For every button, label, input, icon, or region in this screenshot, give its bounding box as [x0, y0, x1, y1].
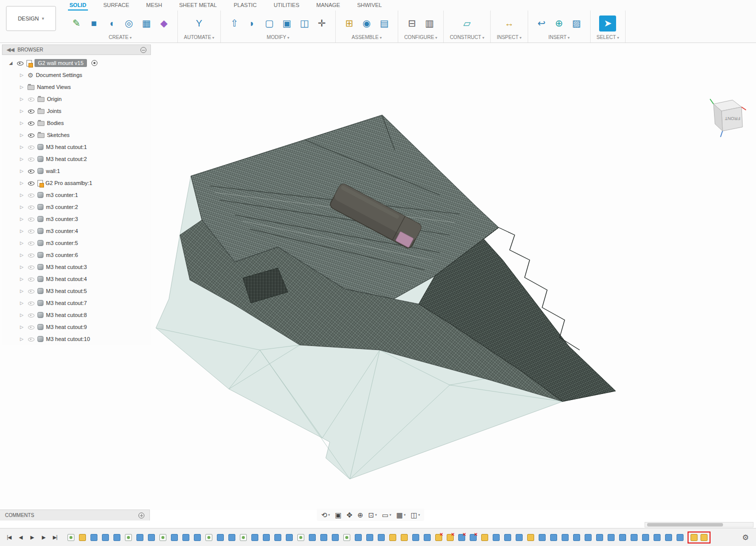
visibility-eye-icon[interactable] [27, 180, 35, 187]
visibility-eye-icon[interactable] [27, 108, 35, 115]
tree-item-sketches[interactable]: ▷Sketches [2, 129, 151, 141]
visibility-eye-icon[interactable] [27, 132, 35, 139]
play-button[interactable]: ▶ [27, 532, 37, 542]
timeline-feature-extrude-icon[interactable] [113, 534, 120, 541]
bom-table-icon[interactable]: ▤ [377, 16, 392, 32]
form-icon[interactable]: ◆ [156, 16, 171, 32]
timeline-feature-extrude-icon[interactable] [493, 534, 500, 541]
step-back-button[interactable]: ◀ [15, 532, 25, 542]
timeline-feature-component-icon[interactable] [447, 534, 454, 541]
view-cube[interactable]: FRONT [704, 97, 749, 143]
timeline-feature-sketch-icon[interactable] [125, 534, 132, 541]
tree-item-m3-heat-cutout-2[interactable]: ▷M3 heat cutout:2 [2, 153, 151, 165]
timeline-feature-extrude-icon[interactable] [182, 534, 189, 541]
expand-arrow-icon[interactable]: ▷ [20, 108, 25, 114]
expand-arrow-icon[interactable]: ▷ [20, 168, 25, 174]
visibility-eye-icon[interactable] [27, 156, 35, 163]
tree-item-named-views[interactable]: ▷Named Views [2, 81, 151, 93]
timeline-feature-extrude-icon[interactable] [378, 534, 385, 541]
grid-icon[interactable]: ▦▾ [394, 510, 408, 520]
timeline-feature-sketch-icon[interactable] [205, 534, 212, 541]
expand-arrow-icon[interactable]: ▷ [20, 216, 25, 222]
expand-arrow-icon[interactable]: ▷ [20, 180, 25, 186]
timeline-feature-extrude-icon[interactable] [562, 534, 569, 541]
tree-item-m3-heat-cutout-4[interactable]: ▷M3 heat cutout:4 [2, 273, 151, 285]
expand-arrow-icon[interactable]: ▷ [20, 192, 25, 198]
tree-item-m3-heat-cutout-3[interactable]: ▷M3 heat cutout:3 [2, 261, 151, 273]
tree-item-joints[interactable]: ▷Joints [2, 105, 151, 117]
measure-icon[interactable]: ↔ [502, 16, 517, 32]
tree-item-m3-heat-cutout-5[interactable]: ▷M3 heat cutout:5 [2, 285, 151, 297]
timeline-feature-extrude-icon[interactable] [194, 534, 201, 541]
group-label-modify[interactable]: MODIFY [267, 34, 289, 40]
tree-item-origin[interactable]: ▷Origin [2, 93, 151, 105]
activate-component-icon[interactable] [91, 60, 97, 66]
expand-arrow-icon[interactable]: ▷ [20, 288, 25, 294]
timeline-feature-extrude-icon[interactable] [585, 534, 592, 541]
timeline-feature-extrude-icon[interactable] [424, 534, 431, 541]
config-table-icon[interactable]: ▥ [422, 16, 437, 32]
group-label-assemble[interactable]: ASSEMBLE [352, 34, 382, 40]
timeline-feature-extrude-icon[interactable] [642, 534, 649, 541]
expand-arrow-icon[interactable]: ▷ [20, 300, 25, 306]
configuration-icon[interactable]: ⊟ [405, 16, 420, 32]
visibility-eye-icon[interactable] [27, 264, 35, 271]
timeline-scrollbar[interactable] [645, 522, 754, 528]
expand-arrow-icon[interactable]: ▷ [20, 84, 25, 90]
timeline-feature-component-icon[interactable] [691, 534, 698, 541]
timeline-feature-extrude-icon[interactable] [573, 534, 580, 541]
expand-arrow-icon[interactable]: ▷ [20, 72, 25, 78]
expand-arrow-icon[interactable]: ▷ [20, 312, 25, 318]
timeline-feature-extrude-icon[interactable] [596, 534, 603, 541]
new-component-icon[interactable]: ⊞ [342, 16, 357, 32]
visibility-eye-icon[interactable] [27, 216, 35, 223]
tree-item-m3-heat-cutout-10[interactable]: ▷M3 heat cutout:10 [2, 333, 151, 345]
expand-arrow-icon[interactable]: ▷ [20, 228, 25, 234]
tree-item-wall-1[interactable]: ▷wall:1 [2, 165, 151, 177]
timeline-feature-extrude-icon[interactable] [504, 534, 511, 541]
group-label-create[interactable]: CREATE [108, 34, 131, 40]
expand-arrow-icon[interactable]: ▷ [20, 144, 25, 150]
expand-arrow-icon[interactable]: ▷ [20, 324, 25, 330]
visibility-eye-icon[interactable] [27, 276, 35, 283]
timeline-feature-extrude-icon[interactable] [274, 534, 281, 541]
timeline-feature-component-icon[interactable] [435, 534, 442, 541]
root-document-label[interactable]: G2 wall mount v15 [34, 59, 87, 67]
move-icon[interactable]: ✛ [314, 16, 329, 32]
timeline-feature-component-icon[interactable] [527, 534, 534, 541]
coil-icon[interactable]: ◎ [121, 16, 136, 32]
visibility-eye-icon[interactable] [27, 228, 35, 235]
tree-item-m3-heat-cutout-9[interactable]: ▷M3 heat cutout:9 [2, 321, 151, 333]
expand-arrow-icon[interactable]: ▷ [20, 96, 25, 102]
tree-item-m3-counter-4[interactable]: ▷m3 counter:4 [2, 225, 151, 237]
display-settings-icon[interactable]: ▭▾ [380, 510, 393, 520]
expand-arrow-icon[interactable]: ▷ [20, 204, 25, 210]
tree-item-bodies[interactable]: ▷Bodies [2, 117, 151, 129]
timeline-feature-extrude-icon[interactable] [148, 534, 155, 541]
step-forward-button[interactable]: ▶ [38, 532, 48, 542]
expand-arrow-icon[interactable]: ▷ [20, 264, 25, 270]
mesh-model[interactable] [156, 115, 616, 479]
tree-item-m3-counter-6[interactable]: ▷m3 counter:6 [2, 249, 151, 261]
timeline-feature-extrude-icon[interactable] [539, 534, 546, 541]
expand-arrow-icon[interactable]: ▷ [20, 252, 25, 258]
group-label-insert[interactable]: INSERT [548, 34, 570, 40]
timeline-feature-extrude-icon[interactable] [217, 534, 224, 541]
expand-arrow-icon[interactable]: ▷ [20, 336, 25, 342]
group-label-inspect[interactable]: INSPECT [497, 34, 522, 40]
timeline-feature-extrude-icon[interactable] [665, 534, 672, 541]
minimize-browser-icon[interactable] [140, 47, 146, 53]
tree-item-m3-counter-5[interactable]: ▷m3 counter:5 [2, 237, 151, 249]
timeline-feature-extrude-icon[interactable] [608, 534, 615, 541]
tab-manage[interactable]: MANAGE [315, 0, 342, 10]
comments-bar[interactable]: COMMENTS [0, 510, 150, 520]
shell-icon[interactable]: ▢ [262, 16, 277, 32]
skip-to-start-button[interactable]: |◀ [4, 532, 14, 542]
look-at-icon[interactable]: ▣ [333, 510, 343, 520]
timeline-feature-extrude-icon[interactable] [654, 534, 661, 541]
timeline-feature-component-icon[interactable] [701, 534, 708, 541]
insert-mesh-icon[interactable]: ⊕ [552, 16, 567, 32]
timeline-feature-extrude-icon[interactable] [251, 534, 258, 541]
timeline-feature-extrude-icon[interactable] [631, 534, 638, 541]
skip-to-end-button[interactable]: ▶| [50, 532, 60, 542]
